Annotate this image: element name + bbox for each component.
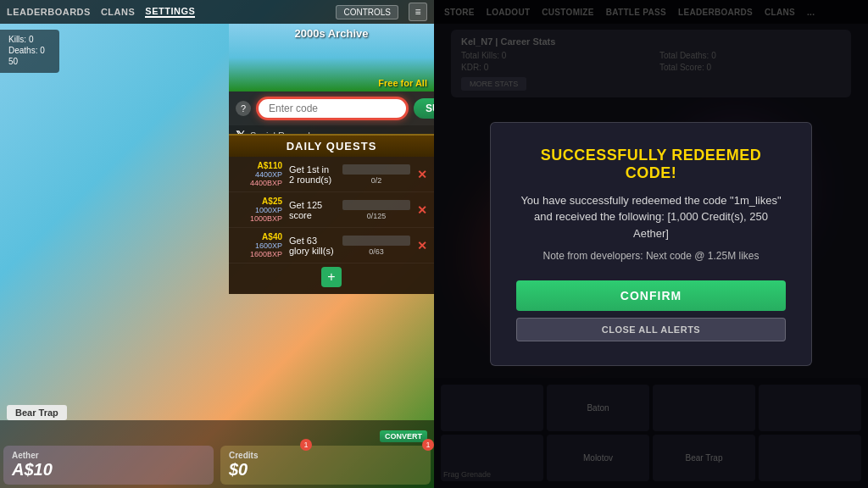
reward-bxp-1: 1000BXP [250,214,282,223]
credits-amount: $0 [229,460,422,480]
confirm-button[interactable]: CONFIRM [516,280,786,311]
left-top-nav: LEADERBOARDS CLANS SETTINGS CONTROLS ≡ [0,0,434,24]
credits-label: Credits [229,451,422,460]
quest-close-0[interactable]: ✕ [417,168,427,181]
credits-badge-2: 1 [422,439,434,451]
nav-clans[interactable]: CLANS [101,7,135,17]
quest-progress-bar-0 [342,164,410,175]
quest-desc-0: Get 1st in 2 round(s) [289,164,336,185]
quest-progress-text-1: 0/125 [367,212,387,220]
credits-card: CONVERT 1 1 Credits $0 [220,446,431,485]
modal-overlay: SUCCESSFULLY REDEEMED CODE! You have suc… [434,0,868,488]
quest-item: A$40 1600XP 1600BXP Get 63 glory kill(s)… [229,228,434,263]
credits-badge-1: 1 [300,439,312,451]
controls-button[interactable]: CONTROLS [336,5,398,19]
quest-item: A$110 4400XP 4400BXP Get 1st in 2 round(… [229,157,434,192]
bear-trap-label: Bear Trap [7,405,67,420]
quest-progress-bar-1 [342,200,410,210]
success-title: SUCCESSFULLY REDEEMED CODE! [516,147,786,182]
left-stats-panel: Kills: 0 Deaths: 0 50 [0,30,59,73]
quest-desc-1: Get 125 score [289,200,336,220]
daily-quests-header: DAILY QUESTS [229,136,434,157]
quest-desc-2: Get 63 glory kill(s) [289,236,336,256]
close-alerts-button[interactable]: CLOSE ALL ALERTS [516,318,786,341]
daily-quests-panel: DAILY QUESTS A$110 4400XP 4400BXP Get 1s… [229,134,434,294]
score-stat: 50 [8,57,51,66]
nav-settings[interactable]: SETTINGS [145,6,195,18]
reward-xp-2: 1600XP [255,241,282,250]
quest-progress-bar-2 [342,236,410,246]
add-quest-button[interactable]: + [321,267,342,287]
code-input-row: ? SUBMIT 3 [229,92,434,125]
reward-cash-1: A$25 [262,197,282,206]
quest-progress-text-0: 0/2 [371,176,382,185]
quest-progress-wrap-2: 0/63 [342,236,410,256]
success-body: You have successfully redeemed the code … [516,192,786,242]
code-area: 2000s Archive Free for All ? SUBMIT 3 𝕏 … [229,24,434,146]
map-preview: 2000s Archive Free for All [229,24,434,92]
reward-cash-2: A$40 [262,232,282,241]
quest-rewards-1: A$25 1000XP 1000BXP [236,197,282,223]
reward-xp-1: 1000XP [255,206,282,214]
left-panel: LEADERBOARDS CLANS SETTINGS CONTROLS ≡ K… [0,0,434,488]
quest-close-1[interactable]: ✕ [417,203,427,217]
quest-progress-text-2: 0/63 [369,247,384,256]
deaths-stat: Deaths: 0 [8,46,51,55]
submit-button[interactable]: SUBMIT 3 [414,98,434,119]
right-panel: STORE LOADOUT CUSTOMIZE BATTLE PASS LEAD… [434,0,868,488]
reward-xp-0: 4400XP [255,170,282,179]
game-mode-label: Free for All [378,78,427,88]
code-input[interactable] [256,97,409,120]
reward-bxp-0: 4400BXP [250,179,282,187]
quest-item: A$25 1000XP 1000BXP Get 125 score 0/125 … [229,192,434,228]
bottom-currency-bar: Aether A$10 CONVERT 1 1 Credits $0 [0,420,434,488]
success-modal: SUCCESSFULLY REDEEMED CODE! You have suc… [490,122,812,367]
menu-icon[interactable]: ≡ [409,3,427,21]
quest-progress-wrap-1: 0/125 [342,200,410,220]
quest-progress-wrap-0: 0/2 [342,164,410,185]
success-note: Note from developers: Next code @ 1.25M … [516,250,786,262]
aether-label: Aether [12,451,205,460]
reward-bxp-2: 1600BXP [250,250,282,258]
kills-stat: Kills: 0 [8,35,51,44]
nav-leaderboards[interactable]: LEADERBOARDS [7,7,91,17]
quest-close-2[interactable]: ✕ [417,239,427,252]
aether-card: Aether A$10 [3,446,214,485]
reward-cash-0: A$110 [258,161,282,170]
convert-button[interactable]: CONVERT [380,430,427,442]
aether-amount: A$10 [12,460,205,480]
quest-rewards-0: A$110 4400XP 4400BXP [236,161,282,187]
map-title: 2000s Archive [295,27,369,40]
quest-rewards-2: A$40 1600XP 1600BXP [236,232,282,258]
help-icon[interactable]: ? [236,101,251,116]
